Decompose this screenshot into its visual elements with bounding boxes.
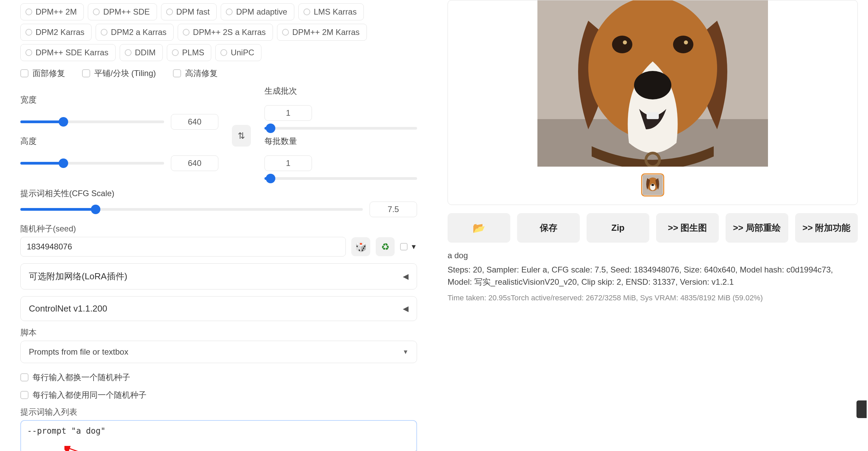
batch-count-slider[interactable] xyxy=(264,127,417,130)
dice-icon: 🎲 xyxy=(355,241,367,252)
sampler-option[interactable]: DPM++ SDE xyxy=(88,3,157,20)
radio-icon xyxy=(226,8,233,15)
output-image[interactable] xyxy=(537,0,768,167)
radio-icon xyxy=(93,8,100,15)
send-to-extras-button[interactable]: >> 附加功能 xyxy=(795,213,858,243)
svg-point-4 xyxy=(634,71,671,99)
sampler-row-1: DPM++ 2M DPM++ SDE DPM fast DPM adaptive… xyxy=(20,3,417,20)
sampler-label: DPM2 a Karras xyxy=(111,27,166,37)
zip-button[interactable]: Zip xyxy=(587,213,649,243)
output-thumbnail[interactable] xyxy=(641,173,664,196)
folder-icon: 📂 xyxy=(473,222,485,234)
width-value[interactable]: 640 xyxy=(171,114,218,130)
sampler-label: DPM fast xyxy=(176,7,210,17)
sampler-option[interactable]: DPM++ 2S a Karras xyxy=(178,24,273,41)
checkbox-label: 每行输入都换一个随机种子 xyxy=(33,372,130,383)
triangle-left-icon: ◀ xyxy=(403,272,409,281)
radio-icon xyxy=(172,49,179,56)
side-tab-handle[interactable] xyxy=(856,400,867,418)
cfg-label: 提示词相关性(CFG Scale) xyxy=(20,188,417,199)
checkbox-label: 高清修复 xyxy=(185,68,218,79)
sampler-label: DPM++ SDE xyxy=(103,7,150,17)
height-label: 高度 xyxy=(20,136,218,147)
radio-icon xyxy=(183,29,190,36)
svg-point-8 xyxy=(623,40,627,44)
radio-icon xyxy=(125,49,132,56)
caret-down-icon: ▼ xyxy=(402,349,409,356)
svg-point-7 xyxy=(673,36,693,53)
face-restore-checkbox[interactable]: 面部修复 xyxy=(20,68,65,79)
height-value[interactable]: 640 xyxy=(171,155,218,171)
sampler-option[interactable]: DPM2 Karras xyxy=(20,24,92,41)
accordion-label: 可选附加网络(LoRA插件) xyxy=(29,270,127,282)
sampler-option[interactable]: DPM2 a Karras xyxy=(96,24,174,41)
save-button[interactable]: 保存 xyxy=(517,213,580,243)
sampler-label: DPM2 Karras xyxy=(36,27,84,37)
sampler-label: UniPC xyxy=(231,48,254,57)
sampler-option[interactable]: DPM++ SDE Karras xyxy=(20,44,116,61)
radio-icon xyxy=(220,49,227,56)
svg-point-14 xyxy=(651,184,654,186)
sampler-option[interactable]: DPM fast xyxy=(161,3,217,20)
width-slider[interactable] xyxy=(20,120,164,123)
checkbox-label: 面部修复 xyxy=(33,68,65,79)
swap-dimensions-button[interactable]: ⇅ xyxy=(232,125,251,147)
recycle-button[interactable]: ♻ xyxy=(376,237,395,256)
same-seed-checkbox[interactable]: 每行输入都使用同一个随机种子 xyxy=(20,390,417,400)
sampler-label: PLMS xyxy=(182,48,204,57)
sampler-option[interactable]: DPM++ 2M Karras xyxy=(277,24,367,41)
radio-icon xyxy=(303,8,310,15)
checkbox-label: 平铺/分块 (Tiling) xyxy=(94,68,156,79)
output-time-text: Time taken: 20.95sTorch active/reserved:… xyxy=(448,294,858,302)
controlnet-accordion[interactable]: ControlNet v1.1.200 ◀ xyxy=(20,296,417,321)
cfg-slider[interactable] xyxy=(20,208,363,211)
radio-icon xyxy=(101,29,107,36)
sampler-label: DDIM xyxy=(135,48,156,57)
batch-size-value[interactable]: 1 xyxy=(264,155,312,171)
radio-icon xyxy=(25,8,32,15)
checkbox-icon xyxy=(82,69,90,77)
extra-seed-toggle[interactable]: ▼ xyxy=(400,243,417,251)
tiling-checkbox[interactable]: 平铺/分块 (Tiling) xyxy=(82,68,156,79)
sampler-option[interactable]: DPM++ 2M xyxy=(20,3,84,20)
height-slider[interactable] xyxy=(20,162,164,165)
highres-checkbox[interactable]: 高清修复 xyxy=(173,68,218,79)
send-to-img2img-button[interactable]: >> 图生图 xyxy=(656,213,719,243)
open-folder-button[interactable]: 📂 xyxy=(448,213,510,243)
sampler-label: DPM++ 2M xyxy=(36,7,77,17)
width-label: 宽度 xyxy=(20,94,218,105)
annotation-arrow-icon xyxy=(64,446,125,451)
iterate-seed-checkbox[interactable]: 每行输入都换一个随机种子 xyxy=(20,372,417,383)
dice-button[interactable]: 🎲 xyxy=(351,237,370,256)
send-to-inpaint-button[interactable]: >> 局部重绘 xyxy=(726,213,788,243)
script-select[interactable]: Prompts from file or textbox ▼ xyxy=(20,341,417,363)
seed-label: 随机种子(seed) xyxy=(20,223,417,234)
radio-icon xyxy=(282,29,289,36)
accordion-label: ControlNet v1.1.200 xyxy=(29,303,107,314)
batch-size-label: 每批数量 xyxy=(264,136,417,147)
seed-input[interactable] xyxy=(20,237,346,257)
checkbox-icon xyxy=(400,243,408,250)
sampler-option[interactable]: PLMS xyxy=(167,44,211,61)
prompt-list-label: 提示词输入列表 xyxy=(20,407,417,417)
lora-accordion[interactable]: 可选附加网络(LoRA插件) ◀ xyxy=(20,263,417,289)
batch-count-label: 生成批次 xyxy=(264,86,417,96)
cfg-value[interactable]: 7.5 xyxy=(370,202,417,217)
batch-size-slider[interactable] xyxy=(264,177,417,180)
batch-count-value[interactable]: 1 xyxy=(264,105,312,121)
script-label: 脚本 xyxy=(20,327,417,338)
radio-icon xyxy=(25,49,32,56)
sampler-row-3: DPM++ SDE Karras DDIM PLMS UniPC xyxy=(20,44,417,61)
sampler-option[interactable]: DPM adaptive xyxy=(221,3,294,20)
recycle-icon: ♻ xyxy=(381,241,390,252)
triangle-left-icon: ◀ xyxy=(403,304,409,313)
triangle-down-icon: ▼ xyxy=(410,243,417,251)
sampler-option[interactable]: DDIM xyxy=(120,44,163,61)
sampler-option[interactable]: UniPC xyxy=(215,44,261,61)
output-preview xyxy=(448,0,858,205)
radio-icon xyxy=(166,8,173,15)
svg-line-0 xyxy=(68,448,115,451)
sampler-label: DPM++ SDE Karras xyxy=(36,48,108,57)
sampler-row-2: DPM2 Karras DPM2 a Karras DPM++ 2S a Kar… xyxy=(20,24,417,41)
sampler-option[interactable]: LMS Karras xyxy=(298,3,364,20)
